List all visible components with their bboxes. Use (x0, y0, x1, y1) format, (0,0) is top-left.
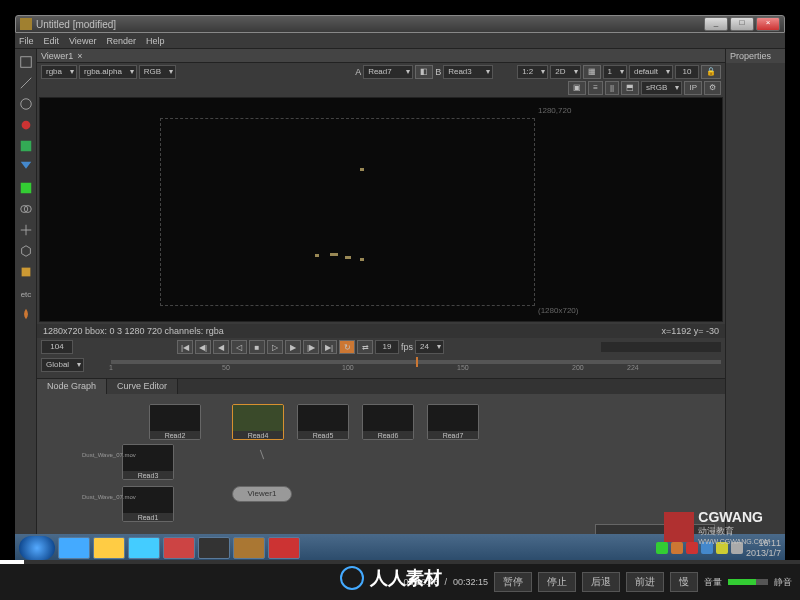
volume-slider[interactable] (728, 579, 768, 585)
tab-curve-editor[interactable]: Curve Editor (107, 379, 178, 394)
svg-rect-3 (21, 141, 32, 152)
svg-point-2 (22, 121, 31, 130)
wipe-button[interactable]: ◧ (415, 65, 433, 79)
zebra-button[interactable]: ≡ (588, 81, 603, 95)
close-tab-icon[interactable]: × (77, 51, 82, 61)
views-tool-icon[interactable] (17, 263, 35, 281)
node-read5[interactable]: Read5 (297, 404, 349, 440)
pp-button[interactable]: ⇄ (357, 340, 373, 354)
viewer-toolbar: rgba rgba.alpha RGB A Read7 ◧ B Read3 1:… (37, 63, 725, 81)
flame-tool-icon[interactable] (17, 305, 35, 323)
prev-key-button[interactable]: ◀| (195, 340, 211, 354)
close-button[interactable]: × (756, 17, 780, 31)
window-titlebar: Untitled [modified] _ □ × (15, 15, 785, 33)
mute-label[interactable]: 静音 (774, 576, 792, 589)
transform-tool-icon[interactable] (17, 221, 35, 239)
taskbar-explorer-icon[interactable] (93, 537, 125, 559)
bbox-label: (1280x720) (538, 306, 578, 315)
taskbar-nuke-icon[interactable] (233, 537, 265, 559)
pause-render-icon[interactable]: || (605, 81, 619, 95)
taskbar-app-icon[interactable] (268, 537, 300, 559)
next-key-button[interactable]: |▶ (303, 340, 319, 354)
input-a-dropdown[interactable]: Read7 (363, 65, 413, 79)
menu-help[interactable]: Help (146, 36, 165, 46)
timeline[interactable]: Global 1 50 100 150 200 224 (37, 356, 725, 378)
start-button[interactable] (19, 536, 55, 560)
filter-tool-icon[interactable] (17, 158, 35, 176)
loop-button[interactable]: ↻ (339, 340, 355, 354)
volume-label: 音量 (704, 576, 722, 589)
play-fwd-button[interactable]: ▶ (285, 340, 301, 354)
taskbar-app-icon[interactable] (198, 537, 230, 559)
forward-button[interactable]: 前进 (626, 572, 664, 592)
rrsc-text: 人人素材 (370, 566, 442, 590)
merge-tool-icon[interactable] (17, 200, 35, 218)
svg-text:etc: etc (21, 290, 32, 299)
cache-bar (601, 342, 721, 352)
node-read2[interactable]: Read2 (149, 404, 201, 440)
keyer-tool-icon[interactable] (17, 179, 35, 197)
tl-mark: 224 (627, 364, 639, 371)
maximize-button[interactable]: □ (730, 17, 754, 31)
draw-tool-icon[interactable] (17, 74, 35, 92)
node-read1[interactable]: Read1 (122, 486, 174, 522)
settings-icon[interactable]: ⚙ (704, 81, 721, 95)
taskbar-app-icon[interactable] (163, 537, 195, 559)
taskbar-ie-icon[interactable] (58, 537, 90, 559)
alpha-dropdown[interactable]: rgba.alpha (79, 65, 137, 79)
frame-input[interactable]: 104 (41, 340, 73, 354)
node-read6[interactable]: Read6 (362, 404, 414, 440)
slow-button[interactable]: 慢 (670, 572, 698, 592)
step-fwd-button[interactable]: ▷ (267, 340, 283, 354)
window-title: Untitled [modified] (36, 19, 704, 30)
first-frame-button[interactable]: |◀ (177, 340, 193, 354)
viewer-tab[interactable]: Viewer1 (41, 51, 73, 61)
pause-button[interactable]: 暂停 (494, 572, 532, 592)
end-frame-input[interactable]: 19 (375, 340, 399, 354)
input-a-label: A (355, 67, 361, 77)
stop-button[interactable]: 停止 (538, 572, 576, 592)
menu-viewer[interactable]: Viewer (69, 36, 96, 46)
step-back-button[interactable]: ◁ (231, 340, 247, 354)
viewer-canvas[interactable]: 1280,720 (1280x720) (39, 97, 723, 322)
gamma-value[interactable]: 1 (603, 65, 627, 79)
ip-button[interactable]: IP (684, 81, 702, 95)
menu-edit[interactable]: Edit (44, 36, 60, 46)
viewer-node[interactable]: Viewer1 (232, 486, 292, 502)
back-button[interactable]: 后退 (582, 572, 620, 592)
time-tool-icon[interactable] (17, 95, 35, 113)
minimize-button[interactable]: _ (704, 17, 728, 31)
3d-tool-icon[interactable] (17, 242, 35, 260)
proxy-dropdown[interactable]: 1:2 (517, 65, 548, 79)
overlay-button[interactable]: ⬒ (621, 81, 639, 95)
lut-dropdown[interactable]: sRGB (641, 81, 682, 95)
other-tool-icon[interactable]: etc (17, 284, 35, 302)
play-back-button[interactable]: ◀ (213, 340, 229, 354)
last-frame-button[interactable]: ▶| (321, 340, 337, 354)
color-tool-icon[interactable] (17, 137, 35, 155)
channel-tool-icon[interactable] (17, 116, 35, 134)
clock-date[interactable]: 2013/1/7 (746, 548, 781, 558)
node-read7[interactable]: Read7 (427, 404, 479, 440)
taskbar-app-icon[interactable] (128, 537, 160, 559)
tab-node-graph[interactable]: Node Graph (37, 379, 107, 394)
clip-button[interactable]: ▣ (568, 81, 586, 95)
node-read3[interactable]: Read3 (122, 444, 174, 480)
playhead[interactable] (416, 357, 418, 367)
node-read4[interactable]: Read4 (232, 404, 284, 440)
input-b-dropdown[interactable]: Read3 (443, 65, 493, 79)
default-dropdown[interactable]: default (629, 65, 673, 79)
roi-button[interactable]: ▦ (583, 65, 601, 79)
channel-dropdown[interactable]: rgba (41, 65, 77, 79)
bin-input[interactable]: 10 (675, 65, 699, 79)
image-tool-icon[interactable] (17, 53, 35, 71)
fps-dropdown[interactable]: 24 (415, 340, 444, 354)
menu-bar: File Edit Viewer Render Help (15, 33, 785, 49)
view-mode-dropdown[interactable]: 2D (550, 65, 580, 79)
colorspace-dropdown[interactable]: RGB (139, 65, 176, 79)
menu-render[interactable]: Render (106, 36, 136, 46)
menu-file[interactable]: File (19, 36, 34, 46)
lock-icon[interactable]: 🔒 (701, 65, 721, 79)
scope-dropdown[interactable]: Global (41, 358, 84, 372)
stop-button[interactable]: ■ (249, 340, 265, 354)
